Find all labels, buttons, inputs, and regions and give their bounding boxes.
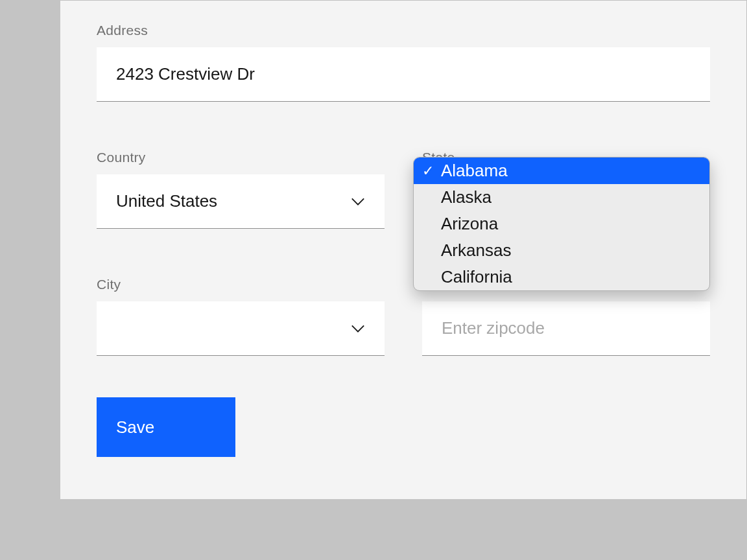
country-select-value: United States bbox=[116, 191, 351, 211]
state-option-label: Arkansas bbox=[441, 240, 511, 261]
state-option-arkansas[interactable]: Arkansas bbox=[414, 237, 709, 264]
state-option-label: California bbox=[441, 267, 512, 287]
chevron-down-icon bbox=[351, 194, 365, 209]
chevron-down-icon bbox=[351, 321, 365, 336]
state-option-label: Alaska bbox=[441, 187, 492, 207]
check-icon: ✓ bbox=[422, 163, 434, 180]
country-col: Country United States bbox=[97, 150, 385, 229]
state-dropdown-menu: ✓ Alabama Alaska Arizona Arkansas Califo… bbox=[413, 157, 710, 291]
country-state-row: Country United States State ✓ A bbox=[97, 150, 710, 229]
city-col: City bbox=[97, 277, 385, 356]
state-option-label: Arizona bbox=[441, 214, 498, 234]
address-form-panel: Address Country United States State bbox=[60, 0, 747, 499]
state-option-california[interactable]: California bbox=[414, 264, 709, 290]
save-button[interactable]: Save bbox=[97, 397, 235, 457]
city-select[interactable] bbox=[97, 301, 385, 356]
state-col: State ✓ Alabama Alaska Arizona bbox=[422, 150, 710, 229]
state-option-alabama[interactable]: ✓ Alabama bbox=[414, 158, 709, 184]
state-option-label: Alabama bbox=[441, 161, 508, 181]
address-label: Address bbox=[97, 23, 710, 38]
country-label: Country bbox=[97, 150, 385, 165]
address-input[interactable] bbox=[97, 47, 710, 102]
state-option-alaska[interactable]: Alaska bbox=[414, 184, 709, 211]
city-label: City bbox=[97, 277, 385, 292]
zipcode-input[interactable] bbox=[422, 301, 710, 356]
state-option-arizona[interactable]: Arizona bbox=[414, 211, 709, 237]
country-select[interactable]: United States bbox=[97, 174, 385, 229]
